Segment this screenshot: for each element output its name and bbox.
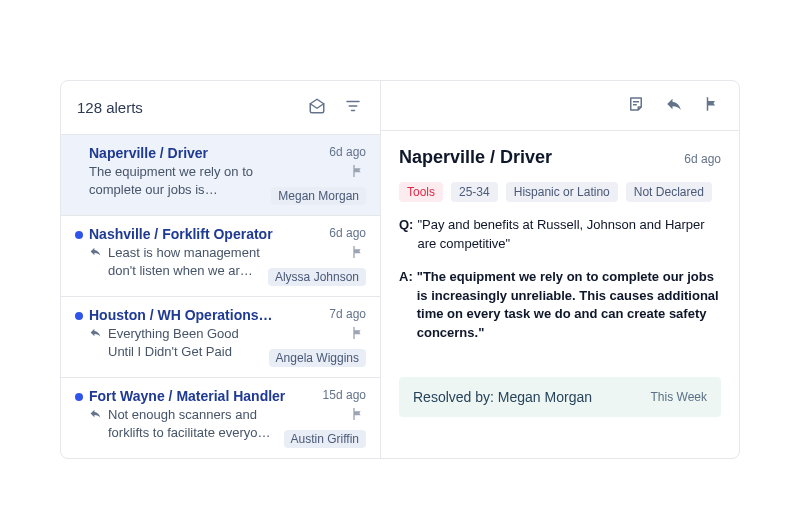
alert-time: 6d ago [329,226,366,240]
filter-icon [344,97,362,118]
question-label: Q: [399,216,413,254]
flag-button[interactable] [701,93,723,118]
alert-time: 7d ago [329,307,366,321]
assignee-badge: Alyssa Johnson [268,268,366,286]
alerts-count: 128 alerts [77,99,143,116]
alerts-list: Naperville / Driver 6d ago The equipment… [61,135,380,458]
flag-icon [703,95,721,116]
envelope-open-icon [308,97,326,118]
alert-title: Nashville / Forklift Operator [89,226,273,242]
flag-icon [350,406,366,426]
answer-label: A: [399,268,413,343]
alert-time: 15d ago [323,388,366,402]
alert-preview: The equipment we rely on to complete our… [89,163,263,198]
tag[interactable]: 25-34 [451,182,498,202]
alert-title: Naperville / Driver [89,145,208,161]
mark-read-button[interactable] [306,95,328,120]
assignee-badge: Angela Wiggins [269,349,366,367]
reply-button[interactable] [663,93,685,118]
alert-title: Fort Wayne / Material Handler [89,388,285,404]
reply-arrow-icon [89,326,102,342]
alert-detail-pane: Naperville / Driver 6d ago Tools 25-34 H… [381,81,739,458]
alert-preview: Least is how management don't listen whe… [108,244,260,279]
detail-title: Naperville / Driver [399,147,552,168]
alert-time: 6d ago [329,145,366,159]
unread-dot-icon [75,231,83,239]
alerts-list-pane: 128 alerts Naper [61,81,381,458]
detail-time: 6d ago [684,152,721,166]
alert-item[interactable]: Fort Wayne / Material Handler 15d ago No… [61,378,380,458]
note-icon [627,95,645,116]
alert-preview: Everything Been Good Until I Didn't Get … [108,325,261,360]
unread-dot-icon [75,393,83,401]
tag[interactable]: Hispanic or Latino [506,182,618,202]
flag-icon [350,163,366,183]
detail-body: Naperville / Driver 6d ago Tools 25-34 H… [381,131,739,359]
reply-icon [665,95,683,116]
alerts-list-header: 128 alerts [61,81,380,135]
filter-button[interactable] [342,95,364,120]
note-button[interactable] [625,93,647,118]
tag[interactable]: Tools [399,182,443,202]
flag-icon [350,325,366,345]
unread-dot-icon [75,312,83,320]
resolved-label: Resolved by: Megan Morgan [413,389,592,405]
reply-arrow-icon [89,407,102,423]
list-header-actions [306,95,364,120]
answer-text: "The equipment we rely on to complete ou… [417,268,721,343]
tag-row: Tools 25-34 Hispanic or Latino Not Decla… [399,182,721,202]
assignee-badge: Megan Morgan [271,187,366,205]
resolved-when: This Week [651,390,707,404]
resolved-banner: Resolved by: Megan Morgan This Week [399,377,721,417]
alert-preview: Not enough scanners and forklifts to fac… [108,406,276,441]
detail-toolbar [381,81,739,131]
assignee-badge: Austin Griffin [284,430,366,448]
alert-item[interactable]: Nashville / Forklift Operator 6d ago Lea… [61,216,380,297]
reply-arrow-icon [89,245,102,261]
alerts-app: 128 alerts Naper [60,80,740,459]
question-text: "Pay and benefits at Russell, Johnson an… [417,216,721,254]
alert-item[interactable]: Houston / WH Operations… 7d ago Everythi… [61,297,380,378]
alert-title: Houston / WH Operations… [89,307,273,323]
question-block: Q: "Pay and benefits at Russell, Johnson… [399,216,721,254]
alert-item[interactable]: Naperville / Driver 6d ago The equipment… [61,135,380,216]
tag[interactable]: Not Declared [626,182,712,202]
answer-block: A: "The equipment we rely on to complete… [399,268,721,343]
flag-icon [350,244,366,264]
